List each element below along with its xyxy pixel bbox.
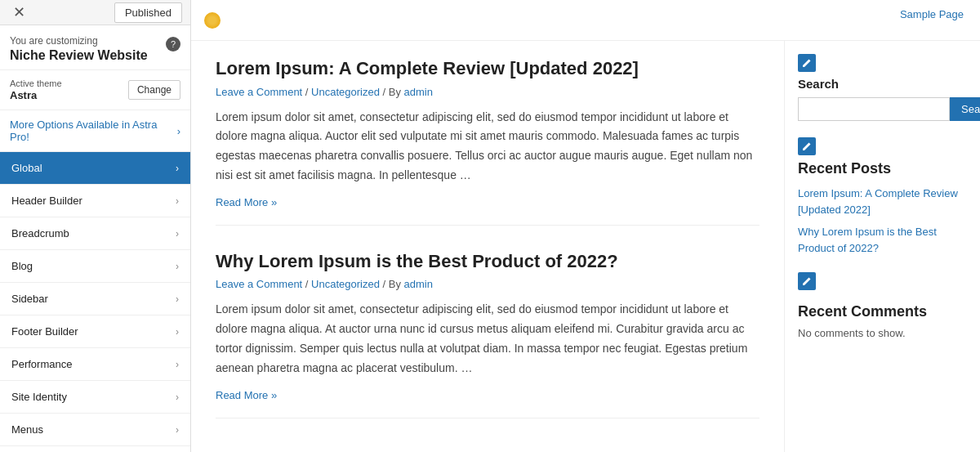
article-1-category[interactable]: Uncategorized	[311, 86, 380, 98]
chevron-right-icon: ›	[176, 195, 179, 207]
right-sidebar: Search Search Recent Posts Lorem Ipsum: …	[784, 41, 980, 452]
article-1-leave-comment[interactable]: Leave a Comment	[216, 86, 302, 98]
sidebar-item-label-global: Global	[11, 162, 42, 174]
chevron-right-icon: ›	[176, 228, 179, 239]
pencil-icon	[802, 141, 812, 151]
sidebar-item-label-footer-builder: Footer Builder	[11, 325, 78, 338]
article-2-meta-sep1: /	[302, 278, 311, 290]
published-button[interactable]: Published	[114, 2, 182, 23]
articles-area: Lorem Ipsum: A Complete Review [Updated …	[191, 41, 784, 452]
recent-post-2[interactable]: Why Lorem Ipsum is the Best Product of 2…	[798, 224, 967, 256]
chevron-right-icon: ›	[176, 392, 179, 403]
article-2-excerpt: Lorem ipsum dolor sit amet, consectetur …	[216, 300, 760, 378]
sidebar-item-label-sidebar: Sidebar	[11, 293, 48, 305]
recent-posts-widget-edit-button[interactable]	[798, 137, 816, 155]
active-theme-label: Active theme	[10, 78, 62, 88]
sidebar-item-label-performance: Performance	[11, 358, 72, 370]
site-header: Sample Page	[191, 0, 980, 41]
pencil-icon	[802, 276, 812, 286]
sidebar-item-label-site-identity: Site Identity	[11, 391, 67, 403]
article-2-category[interactable]: Uncategorized	[311, 278, 380, 290]
article-1: Lorem Ipsum: A Complete Review [Updated …	[216, 57, 760, 226]
theme-name: Astra	[10, 89, 62, 101]
recent-post-1[interactable]: Lorem Ipsum: A Complete Review [Updated …	[798, 186, 967, 217]
article-2-by: / By	[380, 278, 404, 290]
recent-posts-title: Recent Posts	[798, 160, 967, 177]
article-1-meta-sep1: /	[302, 86, 311, 98]
chevron-right-icon: ›	[176, 326, 179, 338]
sidebar-item-header-builder[interactable]: Header Builder ›	[0, 185, 190, 217]
sidebar-item-label-blog: Blog	[11, 260, 33, 272]
sidebar-item-global[interactable]: Global ›	[0, 152, 190, 185]
sidebar-item-label-menus: Menus	[11, 423, 43, 436]
sidebar-nav: Global › Header Builder › Breadcrumb › B…	[0, 152, 190, 452]
site-name: Niche Review Website	[10, 48, 148, 63]
chevron-right-icon: ›	[176, 163, 179, 174]
pencil-icon	[802, 58, 812, 68]
sidebar-item-performance[interactable]: Performance ›	[0, 348, 190, 381]
article-1-read-more[interactable]: Read More »	[216, 196, 277, 208]
sidebar-top-bar: ✕ Published	[0, 0, 190, 25]
sidebar-item-label-header-builder: Header Builder	[11, 195, 82, 207]
sidebar-item-footer-builder[interactable]: Footer Builder ›	[0, 316, 190, 348]
search-input[interactable]	[798, 97, 950, 121]
no-comments-text: No comments to show.	[798, 327, 967, 339]
customizer-sidebar: ✕ Published You are customizing Niche Re…	[0, 0, 191, 452]
article-1-by: / By	[380, 86, 404, 98]
sidebar-item-widgets[interactable]: Widgets ›	[0, 446, 190, 452]
astra-pro-label: More Options Available in Astra Pro!	[10, 119, 177, 143]
chevron-right-icon: ›	[176, 261, 179, 272]
customizing-label: You are customizing	[10, 35, 148, 47]
chevron-right-icon: ›	[176, 424, 179, 436]
astra-pro-banner[interactable]: More Options Available in Astra Pro! ›	[0, 110, 190, 152]
sidebar-item-label-breadcrumb: Breadcrumb	[11, 227, 69, 239]
article-1-author[interactable]: admin	[404, 86, 433, 98]
chevron-right-icon: ›	[176, 293, 179, 305]
sidebar-item-sidebar[interactable]: Sidebar ›	[0, 283, 190, 316]
article-2-author[interactable]: admin	[404, 278, 433, 290]
search-widget: Search Search	[798, 54, 967, 121]
customizing-section: You are customizing Niche Review Website…	[0, 25, 190, 70]
article-1-title: Lorem Ipsum: A Complete Review [Updated …	[216, 57, 760, 81]
article-2: Why Lorem Ipsum is the Best Product of 2…	[216, 250, 760, 418]
page-body: Lorem Ipsum: A Complete Review [Updated …	[191, 41, 980, 452]
article-1-excerpt: Lorem ipsum dolor sit amet, consectetur …	[216, 108, 760, 186]
search-widget-edit-button[interactable]	[798, 54, 816, 72]
close-button[interactable]: ✕	[8, 0, 30, 25]
recent-comments-title: Recent Comments	[798, 303, 967, 320]
help-icon[interactable]: ?	[166, 37, 180, 51]
site-logo	[204, 12, 220, 29]
recent-posts-widget: Recent Posts Lorem Ipsum: A Complete Rev…	[798, 160, 967, 256]
article-2-title: Why Lorem Ipsum is the Best Product of 2…	[216, 250, 760, 274]
sidebar-item-breadcrumb[interactable]: Breadcrumb ›	[0, 217, 190, 250]
search-widget-title: Search	[798, 77, 967, 91]
change-theme-button[interactable]: Change	[128, 80, 180, 100]
article-2-read-more[interactable]: Read More »	[216, 389, 277, 401]
sidebar-item-site-identity[interactable]: Site Identity ›	[0, 381, 190, 414]
recent-comments-widget: Recent Comments No comments to show.	[798, 303, 967, 339]
chevron-right-icon: ›	[176, 359, 179, 370]
sidebar-item-blog[interactable]: Blog ›	[0, 250, 190, 283]
astra-pro-chevron-icon: ›	[177, 125, 180, 137]
sidebar-item-menus[interactable]: Menus ›	[0, 414, 190, 446]
sample-page-link[interactable]: Sample Page	[900, 8, 964, 20]
recent-comments-widget-edit-button[interactable]	[798, 272, 816, 290]
article-1-meta: Leave a Comment / Uncategorized / By adm…	[216, 86, 760, 98]
search-bar: Search	[798, 97, 967, 121]
article-2-leave-comment[interactable]: Leave a Comment	[216, 278, 302, 290]
article-2-meta: Leave a Comment / Uncategorized / By adm…	[216, 278, 760, 290]
active-theme-section: Active theme Astra Change	[0, 70, 190, 110]
preview-area: Sample Page Lorem Ipsum: A Complete Revi…	[191, 0, 980, 452]
search-button[interactable]: Search	[950, 97, 980, 121]
